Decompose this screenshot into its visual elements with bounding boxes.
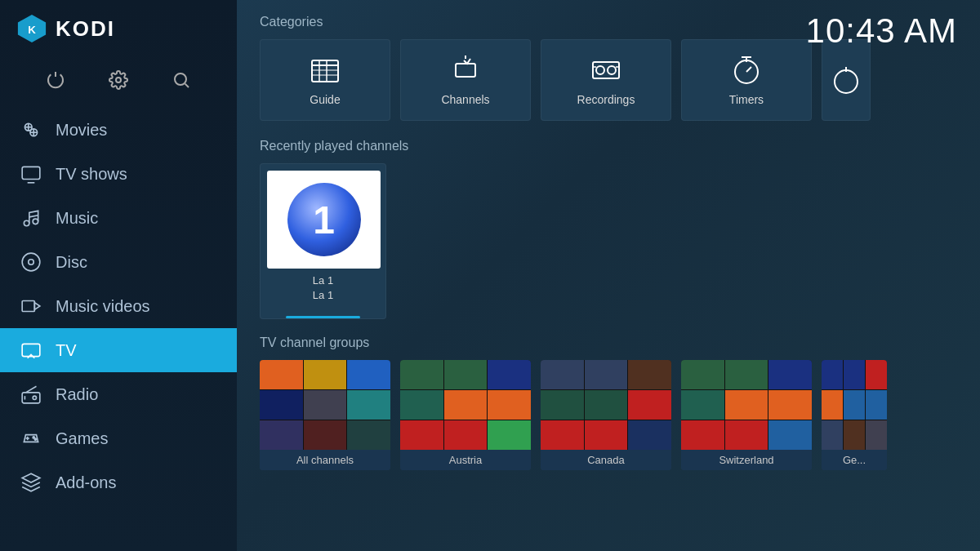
thumb-1	[681, 360, 724, 389]
thumb-8	[444, 420, 488, 450]
movies-icon	[20, 118, 42, 141]
radio-label: Radio	[56, 385, 98, 404]
svg-point-45	[835, 70, 858, 93]
group-ge[interactable]: Ge...	[822, 360, 887, 470]
sidebar-item-tvshows[interactable]: TV shows	[0, 152, 237, 196]
sidebar-item-movies[interactable]: Movies	[0, 108, 237, 152]
thumb-4	[541, 390, 584, 420]
svg-point-22	[33, 396, 36, 399]
channel-la1[interactable]: 1 La 1La 1	[260, 163, 386, 319]
thumb-7	[260, 420, 303, 450]
music-label: Music	[56, 209, 98, 228]
sidebar: K KODI	[0, 0, 237, 551]
thumb-2	[844, 360, 865, 389]
thumb-3	[866, 360, 887, 389]
addons-icon	[20, 471, 42, 494]
svg-line-4	[185, 84, 188, 87]
sidebar-item-addons[interactable]: Add-ons	[0, 460, 237, 504]
sidebar-item-tv[interactable]: TV	[0, 328, 237, 372]
recordings-icon	[590, 54, 622, 87]
group-all-label: All channels	[260, 450, 390, 470]
group-switzerland[interactable]: Switzerland	[681, 360, 812, 470]
group-canada-label: Canada	[541, 450, 671, 470]
thumb-3	[347, 360, 390, 389]
group-ge-label: Ge...	[822, 450, 887, 470]
thumb-2	[304, 360, 347, 389]
search-button[interactable]	[167, 65, 196, 95]
thumb-8	[725, 420, 768, 450]
category-guide[interactable]: Guide	[260, 39, 390, 121]
settings-button[interactable]	[104, 65, 133, 95]
thumb-4	[681, 390, 724, 420]
svg-point-38	[608, 66, 616, 74]
svg-point-2	[116, 78, 121, 82]
main-content: 10:43 AM Categories Guide	[237, 0, 980, 551]
recently-played-section: Recently played channels 1 La 1La 1	[260, 139, 957, 319]
svg-text:K: K	[28, 24, 36, 36]
clock-display: 10:43 AM	[806, 11, 957, 51]
sidebar-item-radio[interactable]: Radio	[0, 372, 237, 416]
games-icon	[20, 427, 42, 450]
guide-icon	[309, 54, 341, 87]
category-channels[interactable]: Channels	[400, 39, 531, 121]
recently-played-title: Recently played channels	[260, 139, 957, 153]
tvshows-label: TV shows	[56, 165, 127, 184]
svg-point-3	[175, 73, 186, 85]
thumb-3	[628, 360, 671, 389]
svg-line-43	[746, 67, 751, 72]
svg-rect-34	[456, 64, 475, 77]
group-austria[interactable]: Austria	[400, 360, 531, 470]
timers2-icon	[830, 64, 862, 96]
groups-row: All channels Austria	[260, 360, 957, 470]
sidebar-item-music[interactable]: Music	[0, 196, 237, 240]
sidebar-item-musicvideos[interactable]: Music videos	[0, 284, 237, 328]
category-timers[interactable]: Timers	[681, 39, 812, 121]
thumb-7	[822, 420, 843, 450]
svg-point-37	[596, 66, 604, 74]
thumb-5	[304, 390, 347, 420]
group-thumbnails	[541, 360, 671, 450]
disc-icon	[20, 251, 42, 273]
app-title: KODI	[56, 16, 115, 42]
svg-point-16	[22, 253, 40, 271]
tv-label: TV	[56, 341, 77, 360]
group-switzerland-label: Switzerland	[681, 450, 812, 470]
thumb-1	[260, 360, 303, 389]
addons-label: Add-ons	[56, 473, 117, 492]
group-all-channels[interactable]: All channels	[260, 360, 390, 470]
thumb-4	[260, 390, 303, 420]
channels-icon	[449, 54, 482, 87]
musicvideos-icon	[20, 295, 42, 318]
thumb-1	[822, 360, 843, 389]
tv-icon	[20, 339, 42, 362]
thumb-7	[681, 420, 724, 450]
channel-info: La 1La 1	[267, 269, 379, 306]
categories-row: Guide Channels	[260, 39, 957, 121]
power-button[interactable]	[41, 65, 70, 95]
svg-point-26	[33, 437, 34, 438]
kodi-logo-icon: K	[16, 13, 47, 44]
group-thumbnails	[260, 360, 390, 450]
groups-title: TV channel groups	[260, 335, 957, 350]
svg-point-27	[34, 438, 36, 440]
sidebar-item-games[interactable]: Games	[0, 416, 237, 460]
sidebar-item-disc[interactable]: Disc	[0, 240, 237, 284]
thumb-6	[768, 390, 812, 420]
recently-played-row: 1 La 1La 1	[260, 163, 957, 319]
thumb-2	[444, 360, 488, 389]
category-timers2[interactable]	[822, 39, 871, 121]
thumb-6	[866, 390, 887, 420]
group-thumbnails	[822, 360, 887, 450]
svg-point-14	[33, 219, 38, 224]
group-thumbnails	[681, 360, 812, 450]
thumb-9	[768, 420, 812, 450]
thumb-7	[400, 420, 443, 450]
tvshows-icon	[20, 162, 42, 185]
music-icon	[20, 207, 42, 229]
thumb-5	[725, 390, 768, 420]
thumb-1	[541, 360, 584, 389]
category-recordings[interactable]: Recordings	[541, 39, 671, 121]
channel-progress-bar	[286, 316, 361, 318]
thumb-8	[844, 420, 865, 450]
group-canada[interactable]: Canada	[541, 360, 671, 470]
